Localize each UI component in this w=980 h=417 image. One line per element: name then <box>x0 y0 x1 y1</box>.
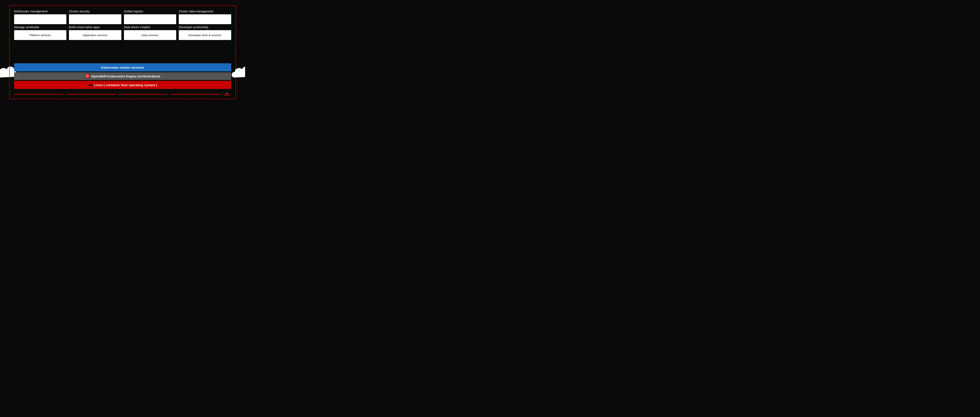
app-services-group: Build cloud-native apps Application serv… <box>69 25 121 40</box>
bars-section: Kubernetes cluster services OpenShift Ku… <box>14 63 231 95</box>
multicluster-group: Multicluster management <box>14 10 67 24</box>
manage-workloads-label: Manage workloads <box>14 25 40 29</box>
multicluster-box <box>14 14 67 24</box>
dev-tools-group: Developer productivity Developer tools &… <box>179 25 231 40</box>
cards-section: Multicluster management Cluster security… <box>14 10 231 62</box>
openshift-bar-text: OpenShift Kubernetes Engine (orchestrati… <box>91 75 160 78</box>
data-services-box: Data services <box>124 30 177 40</box>
platform-services-text: Platform services <box>30 33 51 37</box>
linux-bar-text: Linux ( container host operating system … <box>94 83 157 87</box>
logo-line-1 <box>14 94 64 95</box>
data-services-group: Data-driven insights Data services <box>124 25 177 40</box>
logo-line-3 <box>118 94 168 95</box>
logo-line-2 <box>66 94 116 95</box>
cloud-right <box>228 65 245 82</box>
kubernetes-bar-text: Kubernetes cluster services <box>101 66 144 69</box>
svg-point-7 <box>225 94 229 95</box>
top-cards-row: Multicluster management Cluster security… <box>14 10 231 24</box>
cluster-data-box <box>179 14 231 24</box>
redhat-hat-icon <box>88 83 93 87</box>
dev-tools-text: Developer tools & services <box>188 33 221 37</box>
redhat-logo <box>223 91 231 95</box>
global-registry-box <box>124 14 177 24</box>
platform-services-box: Platform services <box>14 30 67 40</box>
logo-row <box>14 91 231 95</box>
main-border: Multicluster management Cluster security… <box>9 5 236 99</box>
dev-productivity-label: Developer productivity <box>179 25 208 29</box>
build-apps-label: Build cloud-native apps <box>69 25 100 29</box>
openshift-bar: OpenShift Kubernetes Engine (orchestrati… <box>14 72 231 80</box>
logo-line-4 <box>170 94 220 95</box>
cluster-security-label: Cluster security <box>69 10 89 13</box>
platform-services-group: Manage workloads Platform services <box>14 25 67 40</box>
svg-point-5 <box>88 84 92 86</box>
data-services-text: Data services <box>142 33 158 37</box>
app-services-box: Application services <box>69 30 121 40</box>
diagram-wrapper: Multicluster management Cluster security… <box>5 3 240 101</box>
bottom-cards-row: Manage workloads Platform services Build… <box>14 25 231 40</box>
cluster-security-box <box>69 14 121 24</box>
data-insights-label: Data-driven insights <box>124 25 151 29</box>
kubernetes-bar: Kubernetes cluster services <box>14 63 231 71</box>
multicluster-label: Multicluster management <box>14 10 48 13</box>
app-services-text: Application services <box>83 33 107 37</box>
global-registry-group: Global registry <box>124 10 177 24</box>
cluster-security-group: Cluster security <box>69 10 121 24</box>
openshift-icon <box>85 74 90 78</box>
global-registry-label: Global registry <box>124 10 143 13</box>
cluster-data-label: Cluster data management <box>179 10 213 13</box>
cluster-data-group: Cluster data management <box>179 10 231 24</box>
linux-bar: Linux ( container host operating system … <box>14 81 231 89</box>
dev-tools-box: Developer tools & services <box>179 30 231 40</box>
